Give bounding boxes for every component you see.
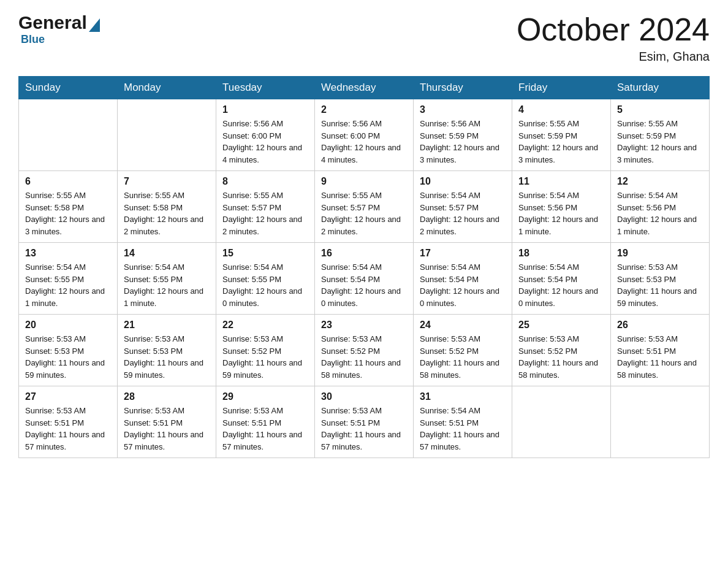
weekday-header-thursday: Thursday [414,77,512,99]
day-number: 9 [321,176,407,187]
weekday-header-tuesday: Tuesday [216,77,315,99]
weekday-header-sunday: Sunday [19,77,118,99]
calendar-table: SundayMondayTuesdayWednesdayThursdayFrid… [18,76,710,458]
day-number: 15 [222,248,308,259]
logo-triangle-icon [89,18,100,32]
day-number: 24 [420,320,506,331]
weekday-header-friday: Friday [512,77,611,99]
day-number: 10 [420,176,506,187]
day-info: Sunrise: 5:53 AMSunset: 5:52 PMDaylight:… [321,333,407,381]
calendar-day-cell: 19Sunrise: 5:53 AMSunset: 5:53 PMDayligh… [611,243,710,315]
day-info: Sunrise: 5:56 AMSunset: 5:59 PMDaylight:… [420,118,506,166]
calendar-day-cell: 5Sunrise: 5:55 AMSunset: 5:59 PMDaylight… [611,99,710,171]
day-info: Sunrise: 5:55 AMSunset: 5:58 PMDaylight:… [124,190,210,237]
day-number: 3 [420,104,506,115]
day-number: 13 [25,248,111,259]
day-number: 11 [518,176,604,187]
day-info: Sunrise: 5:56 AMSunset: 6:00 PMDaylight:… [222,118,308,166]
day-number: 14 [124,248,210,259]
day-info: Sunrise: 5:53 AMSunset: 5:51 PMDaylight:… [124,405,210,453]
day-number: 25 [518,320,604,331]
day-number: 6 [25,176,111,187]
calendar-day-cell: 2Sunrise: 5:56 AMSunset: 6:00 PMDaylight… [315,99,414,171]
calendar-week-row: 6Sunrise: 5:55 AMSunset: 5:58 PMDaylight… [19,171,710,243]
day-number: 30 [321,391,407,402]
calendar-day-cell: 11Sunrise: 5:54 AMSunset: 5:56 PMDayligh… [512,171,611,243]
logo-blue-text: Blue [21,33,45,45]
calendar-week-row: 13Sunrise: 5:54 AMSunset: 5:55 PMDayligh… [19,243,710,315]
calendar-day-cell: 23Sunrise: 5:53 AMSunset: 5:52 PMDayligh… [315,315,414,386]
weekday-header-monday: Monday [118,77,216,99]
calendar-day-cell: 29Sunrise: 5:53 AMSunset: 5:51 PMDayligh… [216,386,315,458]
day-info: Sunrise: 5:53 AMSunset: 5:53 PMDaylight:… [124,333,210,381]
day-number: 8 [222,176,308,187]
day-info: Sunrise: 5:53 AMSunset: 5:51 PMDaylight:… [617,333,703,381]
calendar-week-row: 1Sunrise: 5:56 AMSunset: 6:00 PMDaylight… [19,99,710,171]
calendar-day-cell: 12Sunrise: 5:54 AMSunset: 5:56 PMDayligh… [611,171,710,243]
calendar-day-cell: 22Sunrise: 5:53 AMSunset: 5:52 PMDayligh… [216,315,315,386]
page-header: General Blue October 2024 Esim, Ghana [18,12,710,64]
logo-general-text: General [18,12,87,33]
calendar-day-cell: 3Sunrise: 5:56 AMSunset: 5:59 PMDaylight… [414,99,512,171]
day-number: 12 [617,176,703,187]
calendar-day-cell: 31Sunrise: 5:54 AMSunset: 5:51 PMDayligh… [414,386,512,458]
day-info: Sunrise: 5:53 AMSunset: 5:52 PMDaylight:… [518,333,604,381]
calendar-day-cell: 21Sunrise: 5:53 AMSunset: 5:53 PMDayligh… [118,315,216,386]
day-info: Sunrise: 5:55 AMSunset: 5:57 PMDaylight:… [222,190,308,237]
day-number: 5 [617,104,703,115]
day-info: Sunrise: 5:54 AMSunset: 5:55 PMDaylight:… [25,261,111,309]
calendar-day-cell: 16Sunrise: 5:54 AMSunset: 5:54 PMDayligh… [315,243,414,315]
day-info: Sunrise: 5:54 AMSunset: 5:57 PMDaylight:… [420,190,506,237]
calendar-day-cell [19,99,118,171]
day-number: 4 [518,104,604,115]
day-info: Sunrise: 5:55 AMSunset: 5:59 PMDaylight:… [518,118,604,166]
day-info: Sunrise: 5:54 AMSunset: 5:55 PMDaylight:… [222,261,308,309]
location-label: Esim, Ghana [517,50,710,64]
calendar-day-cell [512,386,611,458]
calendar-day-cell: 1Sunrise: 5:56 AMSunset: 6:00 PMDaylight… [216,99,315,171]
calendar-day-cell: 17Sunrise: 5:54 AMSunset: 5:54 PMDayligh… [414,243,512,315]
day-info: Sunrise: 5:53 AMSunset: 5:52 PMDaylight:… [420,333,506,381]
day-info: Sunrise: 5:54 AMSunset: 5:54 PMDaylight:… [321,261,407,309]
calendar-day-cell: 26Sunrise: 5:53 AMSunset: 5:51 PMDayligh… [611,315,710,386]
day-info: Sunrise: 5:54 AMSunset: 5:56 PMDaylight:… [617,190,703,237]
calendar-day-cell: 30Sunrise: 5:53 AMSunset: 5:51 PMDayligh… [315,386,414,458]
day-number: 29 [222,391,308,402]
calendar-day-cell [118,99,216,171]
calendar-day-cell: 14Sunrise: 5:54 AMSunset: 5:55 PMDayligh… [118,243,216,315]
calendar-day-cell: 15Sunrise: 5:54 AMSunset: 5:55 PMDayligh… [216,243,315,315]
weekday-header-wednesday: Wednesday [315,77,414,99]
calendar-day-cell: 18Sunrise: 5:54 AMSunset: 5:54 PMDayligh… [512,243,611,315]
calendar-day-cell: 25Sunrise: 5:53 AMSunset: 5:52 PMDayligh… [512,315,611,386]
calendar-day-cell: 6Sunrise: 5:55 AMSunset: 5:58 PMDaylight… [19,171,118,243]
day-number: 20 [25,320,111,331]
day-info: Sunrise: 5:55 AMSunset: 5:57 PMDaylight:… [321,190,407,237]
calendar-day-cell: 9Sunrise: 5:55 AMSunset: 5:57 PMDaylight… [315,171,414,243]
calendar-week-row: 20Sunrise: 5:53 AMSunset: 5:53 PMDayligh… [19,315,710,386]
day-number: 16 [321,248,407,259]
weekday-header-row: SundayMondayTuesdayWednesdayThursdayFrid… [19,77,710,99]
weekday-header-saturday: Saturday [611,77,710,99]
day-info: Sunrise: 5:53 AMSunset: 5:53 PMDaylight:… [617,261,703,309]
calendar-day-cell: 7Sunrise: 5:55 AMSunset: 5:58 PMDaylight… [118,171,216,243]
day-info: Sunrise: 5:55 AMSunset: 5:58 PMDaylight:… [25,190,111,237]
day-info: Sunrise: 5:53 AMSunset: 5:51 PMDaylight:… [222,405,308,453]
calendar-day-cell: 20Sunrise: 5:53 AMSunset: 5:53 PMDayligh… [19,315,118,386]
calendar-day-cell [611,386,710,458]
day-number: 18 [518,248,604,259]
logo: General Blue [18,12,100,46]
day-number: 21 [124,320,210,331]
day-number: 23 [321,320,407,331]
calendar-day-cell: 24Sunrise: 5:53 AMSunset: 5:52 PMDayligh… [414,315,512,386]
day-info: Sunrise: 5:54 AMSunset: 5:56 PMDaylight:… [518,190,604,237]
calendar-day-cell: 10Sunrise: 5:54 AMSunset: 5:57 PMDayligh… [414,171,512,243]
month-title: October 2024 [517,12,710,47]
day-info: Sunrise: 5:56 AMSunset: 6:00 PMDaylight:… [321,118,407,166]
day-info: Sunrise: 5:55 AMSunset: 5:59 PMDaylight:… [617,118,703,166]
day-number: 17 [420,248,506,259]
day-number: 1 [222,104,308,115]
day-number: 22 [222,320,308,331]
calendar-week-row: 27Sunrise: 5:53 AMSunset: 5:51 PMDayligh… [19,386,710,458]
title-section: October 2024 Esim, Ghana [517,12,710,64]
calendar-day-cell: 4Sunrise: 5:55 AMSunset: 5:59 PMDaylight… [512,99,611,171]
